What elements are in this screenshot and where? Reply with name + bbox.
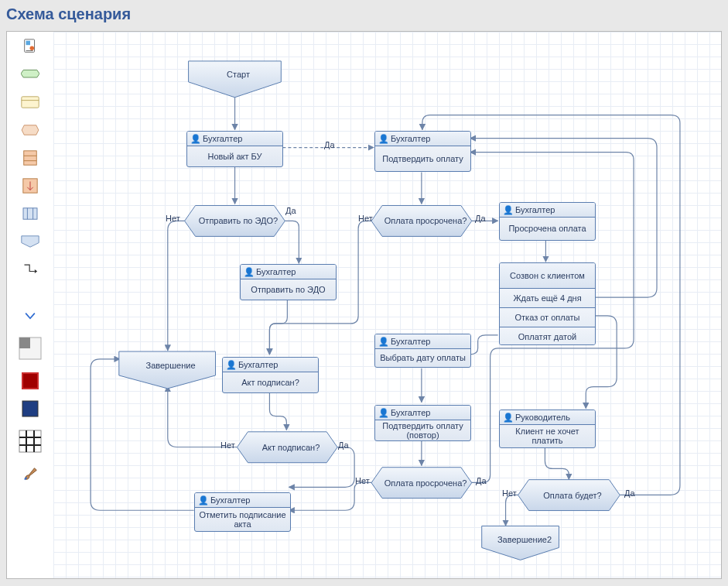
svg-rect-1 — [26, 41, 31, 46]
edge-label-no: Нет — [358, 214, 373, 223]
chevron-down-icon[interactable] — [21, 309, 39, 323]
role-label: Бухгалтер — [203, 134, 242, 143]
role-label: Бухгалтер — [515, 205, 555, 214]
user-icon: 👤 — [226, 360, 235, 369]
task-choose-date[interactable]: 👤Бухгалтер Выбрать дату оплаты — [374, 334, 471, 368]
svg-rect-19 — [19, 430, 41, 452]
fill-blue-icon[interactable] — [21, 402, 39, 416]
svg-point-2 — [30, 46, 34, 50]
grid-icon[interactable] — [19, 430, 42, 453]
task-new-act[interactable]: 👤Бухгалтер Новый акт БУ — [186, 131, 283, 167]
role-label: Руководитель — [515, 413, 570, 422]
image-doc-icon[interactable] — [21, 39, 39, 53]
task-shape-icon[interactable] — [21, 95, 39, 109]
role-label: Бухгалтер — [391, 134, 430, 143]
user-icon: 👤 — [503, 413, 512, 422]
svg-rect-17 — [22, 373, 38, 389]
svg-marker-3 — [21, 70, 39, 77]
svg-rect-16 — [19, 338, 30, 348]
role-label: Бухгалтер — [238, 360, 278, 369]
page-title: Схема сценария — [0, 0, 728, 26]
subprocess-shape-icon[interactable] — [21, 179, 39, 193]
svg-marker-6 — [22, 125, 39, 135]
background-icon[interactable] — [19, 337, 42, 360]
end-shape-icon[interactable] — [21, 235, 39, 248]
decision-pay-overdue-label: Оплата просрочена? — [380, 206, 471, 237]
tool-palette — [7, 32, 53, 578]
role-label: Бухгалтер — [256, 267, 296, 276]
option-pay-by-date[interactable]: Оплатят датой — [500, 327, 595, 345]
task-label: Акт подписан? — [241, 378, 299, 387]
svg-rect-18 — [22, 401, 38, 416]
brush-icon[interactable] — [21, 467, 39, 481]
edge-label-yes: Да — [475, 214, 486, 223]
end2-label: Завершение2 — [483, 530, 566, 550]
user-icon: 👤 — [244, 267, 253, 276]
decision-shape-icon[interactable] — [21, 123, 39, 137]
decision-send-edo-label: Отправить по ЭДО? — [193, 206, 284, 237]
task-no-pay[interactable]: 👤Руководитель Клиент не хочет платить — [499, 410, 596, 448]
task-label: Просрочена оплата — [508, 224, 586, 233]
user-icon: 👤 — [378, 408, 388, 417]
stack-shape-icon[interactable] — [21, 151, 39, 165]
task-label: Отправить по ЭДО — [251, 285, 325, 294]
options-title: Созвон с клиентом — [510, 271, 585, 280]
diagram-frame: Старт Отправить по ЭДО? Оплата просрочен… — [6, 31, 722, 579]
edge-label-yes: Да — [324, 140, 335, 149]
svg-rect-11 — [23, 208, 37, 219]
user-icon: 👤 — [198, 495, 207, 505]
task-label: Новый акт БУ — [207, 152, 261, 161]
user-icon: 👤 — [190, 134, 200, 143]
edge-label-yes: Да — [338, 440, 349, 450]
multistate-shape-icon[interactable] — [21, 207, 39, 221]
task-overdue[interactable]: 👤Бухгалтер Просрочена оплата — [499, 202, 596, 241]
task-label: Подтвердить оплату — [382, 154, 463, 163]
user-icon: 👤 — [378, 134, 388, 143]
user-icon: 👤 — [378, 337, 388, 346]
edge-label-yes: Да — [476, 476, 487, 485]
svg-rect-7 — [24, 151, 37, 165]
decision-pay-overdue2-label: Оплата просрочена? — [380, 468, 471, 499]
task-act-signed[interactable]: 👤Бухгалтер Акт подписан? — [222, 357, 319, 393]
user-icon: 👤 — [503, 205, 512, 214]
option-refuse-pay[interactable]: Отказ от оплаты — [500, 308, 595, 327]
decision-act-signed-label: Акт подписан? — [245, 433, 337, 464]
edge-label-no: Нет — [502, 488, 517, 498]
task-send-edo[interactable]: 👤Бухгалтер Отправить по ЭДО — [240, 264, 337, 300]
task-mark-sign[interactable]: 👤Бухгалтер Отметить подписание акта — [194, 492, 291, 532]
role-label: Бухгалтер — [391, 337, 430, 346]
edge-label-no: Нет — [220, 440, 235, 450]
start-shape-icon[interactable] — [21, 67, 39, 81]
task-label: Отметить подписание акта — [198, 510, 287, 529]
edge-label-yes: Да — [624, 488, 635, 498]
role-label: Бухгалтер — [391, 408, 430, 417]
diagram-canvas[interactable]: Старт Отправить по ЭДО? Оплата просрочен… — [53, 32, 721, 578]
decision-pay-willbe-label: Оплата будет? — [527, 481, 618, 512]
end1-label: Завершение — [119, 355, 222, 377]
edge-label-no: Нет — [166, 214, 180, 223]
option-wait-4-days[interactable]: Ждать ещё 4 дня — [500, 289, 595, 308]
task-confirm-pay2[interactable]: 👤Бухгалтер Подтвердить оплату (повтор) — [374, 405, 471, 441]
fill-red-icon[interactable] — [21, 374, 39, 388]
edge-label-no: Нет — [355, 476, 370, 485]
task-label: Подтвердить оплату (повтор) — [378, 421, 467, 440]
task-label: Выбрать дату оплаты — [380, 353, 466, 362]
edge-label-yes: Да — [285, 206, 296, 215]
svg-rect-4 — [22, 97, 39, 108]
role-label: Бухгалтер — [210, 495, 250, 505]
options-call-client[interactable]: Созвон с клиентом Ждать ещё 4 дня Отказ … — [499, 262, 596, 345]
task-confirm-pay[interactable]: 👤Бухгалтер Подтвердить оплату — [374, 131, 471, 172]
svg-marker-14 — [22, 236, 39, 247]
task-label: Клиент не хочет платить — [503, 427, 592, 445]
connector-icon[interactable] — [21, 262, 39, 276]
start-label: Старт — [189, 64, 288, 86]
